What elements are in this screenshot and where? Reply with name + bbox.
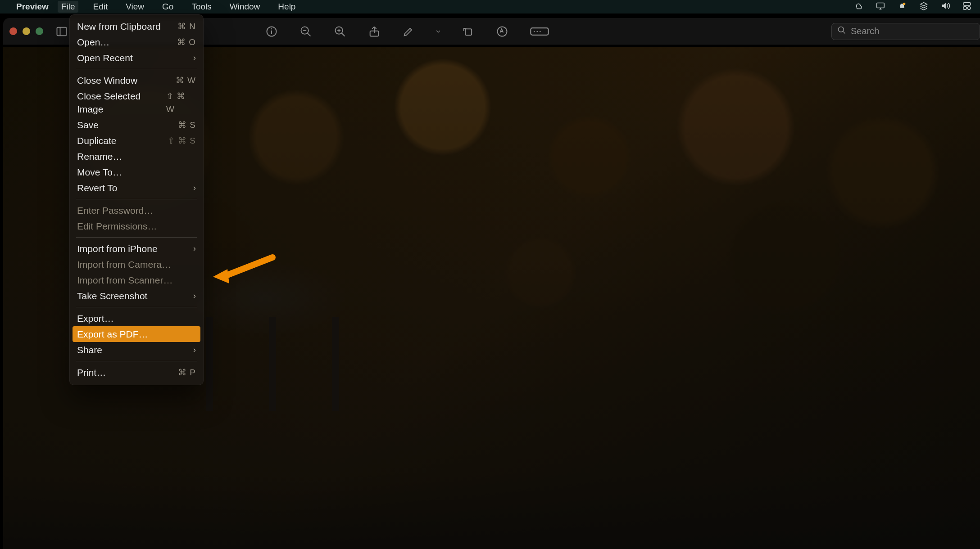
window-zoom-button[interactable] xyxy=(36,27,43,35)
menu-item-label: New from Clipboard xyxy=(77,20,161,33)
menu-file[interactable]: File xyxy=(58,1,79,13)
macos-menubar: Preview File Edit View Go Tools Window H… xyxy=(0,0,980,14)
toolbar-search[interactable]: Search xyxy=(831,23,980,40)
notifications-icon[interactable] xyxy=(897,1,907,13)
svg-point-24 xyxy=(839,27,844,32)
menu-item-shortcut: ⌘ W xyxy=(176,74,196,87)
menu-item-label: Move To… xyxy=(77,166,122,179)
app-name[interactable]: Preview xyxy=(16,2,49,12)
menu-item-edit-permissions: Edit Permissions… xyxy=(70,218,203,234)
svg-point-21 xyxy=(534,31,535,32)
svg-point-4 xyxy=(967,6,970,9)
menu-item-label: Open… xyxy=(77,36,109,49)
chevron-right-icon: › xyxy=(193,181,196,194)
svg-point-9 xyxy=(271,28,272,29)
menu-item-shortcut: ⌘ P xyxy=(178,366,196,379)
svg-rect-5 xyxy=(57,27,67,36)
menu-edit[interactable]: Edit xyxy=(89,1,111,13)
menu-item-duplicate[interactable]: Duplicate⇧ ⌘ S xyxy=(70,133,203,148)
window-close-button[interactable] xyxy=(9,27,17,35)
menu-item-import-from-camera: Import from Camera… xyxy=(70,256,203,272)
search-icon xyxy=(837,26,846,37)
menu-item-label: Save xyxy=(77,118,99,131)
menu-item-label: Close Selected Image xyxy=(77,90,166,116)
menu-item-label: Open Recent xyxy=(77,51,133,64)
menu-go[interactable]: Go xyxy=(159,1,177,13)
menu-item-label: Print… xyxy=(77,366,106,379)
menu-item-revert-to[interactable]: Revert To› xyxy=(70,180,203,196)
menu-item-label: Share xyxy=(77,343,102,356)
menu-item-label: Close Window xyxy=(77,74,137,87)
menubar-tray xyxy=(854,1,972,13)
menu-item-import-from-scanner: Import from Scanner… xyxy=(70,272,203,288)
stacks-icon[interactable] xyxy=(919,1,929,13)
menu-item-shortcut: ⇧ ⌘ S xyxy=(168,134,196,147)
menu-item-take-screenshot[interactable]: Take Screenshot› xyxy=(70,288,203,304)
menu-item-label: Import from Camera… xyxy=(77,258,171,271)
menu-window[interactable]: Window xyxy=(226,1,264,13)
menu-item-move-to[interactable]: Move To… xyxy=(70,164,203,180)
zoom-in-button[interactable] xyxy=(330,22,350,40)
menu-tools[interactable]: Tools xyxy=(188,1,215,13)
toolbar-center-group xyxy=(261,22,553,40)
rotate-button[interactable] xyxy=(458,22,478,40)
menu-item-label: Export… xyxy=(77,312,114,325)
menu-item-label: Import from iPhone xyxy=(77,242,158,255)
menu-separator xyxy=(76,361,197,361)
menu-item-shortcut: ⌘ O xyxy=(177,36,196,49)
svg-line-14 xyxy=(342,33,345,36)
search-placeholder: Search xyxy=(851,26,879,36)
screen-mirroring-icon[interactable] xyxy=(876,1,885,13)
menu-item-rename[interactable]: Rename… xyxy=(70,148,203,164)
menu-item-shortcut: ⇧ ⌘ W xyxy=(166,90,196,116)
control-center-icon[interactable] xyxy=(962,1,972,13)
zoom-out-button[interactable] xyxy=(295,22,316,40)
menu-item-print[interactable]: Print…⌘ P xyxy=(70,364,203,380)
volume-icon[interactable] xyxy=(940,1,950,13)
menu-item-shortcut: ⌘ N xyxy=(177,20,196,33)
menu-item-share[interactable]: Share› xyxy=(70,342,203,358)
chevron-right-icon: › xyxy=(193,242,196,255)
svg-rect-3 xyxy=(963,6,966,9)
svg-point-1 xyxy=(903,2,906,5)
svg-point-22 xyxy=(536,31,538,32)
file-menu-dropdown: New from Clipboard⌘ NOpen…⌘ OOpen Recent… xyxy=(69,14,204,385)
menu-help[interactable]: Help xyxy=(274,1,299,13)
highlight-menu-chevron-icon[interactable] xyxy=(432,22,444,40)
info-button[interactable] xyxy=(261,22,282,40)
svg-rect-2 xyxy=(963,2,971,5)
window-minimize-button[interactable] xyxy=(23,27,30,35)
markup-button[interactable] xyxy=(492,22,513,40)
menu-item-open[interactable]: Open…⌘ O xyxy=(70,34,203,50)
menu-item-open-recent[interactable]: Open Recent› xyxy=(70,50,203,66)
share-button[interactable] xyxy=(364,22,385,40)
menu-separator xyxy=(76,199,197,199)
svg-rect-0 xyxy=(877,3,885,8)
chevron-right-icon: › xyxy=(193,51,196,64)
menu-item-export-as-pdf[interactable]: Export as PDF… xyxy=(73,326,200,342)
menu-item-enter-password: Enter Password… xyxy=(70,202,203,218)
menu-item-close-window[interactable]: Close Window⌘ W xyxy=(70,72,203,88)
chevron-right-icon: › xyxy=(193,289,196,302)
menu-item-export[interactable]: Export… xyxy=(70,310,203,326)
menu-item-save[interactable]: Save⌘ S xyxy=(70,117,203,133)
menu-separator xyxy=(76,307,197,307)
menu-item-label: Revert To xyxy=(77,181,118,194)
highlight-button[interactable] xyxy=(398,22,419,40)
window-traffic-lights xyxy=(9,27,43,35)
menu-separator xyxy=(76,237,197,238)
svg-rect-18 xyxy=(465,29,472,35)
menu-item-close-selected-image[interactable]: Close Selected Image⇧ ⌘ W xyxy=(70,88,203,117)
chevron-right-icon: › xyxy=(193,343,196,356)
menu-separator xyxy=(76,69,197,69)
menu-item-label: Duplicate xyxy=(77,134,117,147)
menu-item-label: Rename… xyxy=(77,150,122,163)
form-fields-button[interactable] xyxy=(526,22,553,40)
svg-line-11 xyxy=(308,33,311,36)
creative-cloud-icon[interactable] xyxy=(854,1,864,13)
menu-item-import-from-iphone[interactable]: Import from iPhone› xyxy=(70,241,203,256)
menu-item-label: Enter Password… xyxy=(77,204,153,217)
menu-view[interactable]: View xyxy=(122,1,148,13)
menu-item-shortcut: ⌘ S xyxy=(178,118,196,131)
menu-item-new-from-clipboard[interactable]: New from Clipboard⌘ N xyxy=(70,18,203,34)
